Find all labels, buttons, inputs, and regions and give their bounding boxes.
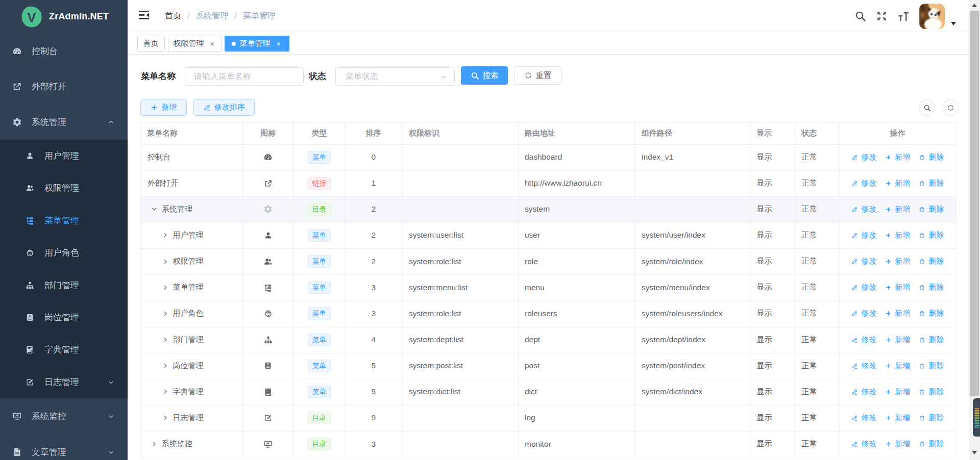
svg-text:V: V [27, 10, 36, 25]
